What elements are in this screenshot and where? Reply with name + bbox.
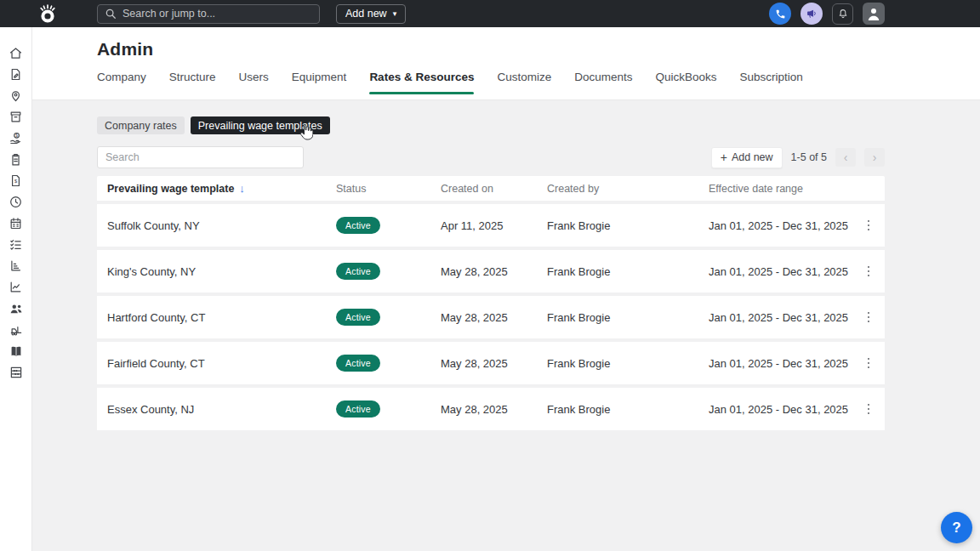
tab-quickbooks[interactable]: QuickBooks: [656, 71, 717, 94]
created-by: Frank Brogie: [537, 357, 698, 370]
column-header-template-label: Prevailing wage template: [107, 183, 234, 195]
sidebar-item-catalog[interactable]: [0, 340, 32, 361]
logo-glow-o-icon: [37, 3, 58, 25]
pagination-prev-button[interactable]: ‹: [835, 148, 856, 167]
effective-date-range: Jan 01, 2025 - Dec 31, 2025: [698, 311, 854, 324]
row-menu-button[interactable]: [859, 354, 878, 372]
checklist-icon: [9, 237, 23, 252]
pagination-next-button[interactable]: ›: [864, 148, 885, 167]
template-name: Fairfield County, CT: [97, 357, 326, 370]
tab-equipment[interactable]: Equipment: [292, 71, 347, 94]
user-avatar[interactable]: [863, 3, 885, 25]
add-new-template-label: Add new: [732, 151, 773, 163]
tab-structure[interactable]: Structure: [169, 71, 216, 94]
tab-documents[interactable]: Documents: [574, 71, 632, 94]
toolbar-right: + Add new 1-5 of 5 ‹ ›: [711, 147, 885, 168]
sidebar-item-calendar[interactable]: [0, 213, 32, 234]
status-badge: Active: [336, 263, 380, 280]
person-icon: [865, 5, 882, 22]
subtab-company-rates[interactable]: Company rates: [97, 116, 185, 134]
users-icon: [9, 301, 24, 316]
chevron-right-icon: ›: [873, 151, 877, 163]
help-button[interactable]: ?: [941, 512, 972, 543]
sidebar-item-home[interactable]: [0, 43, 32, 64]
megaphone-icon: [806, 8, 818, 20]
page-header: Admin Company Structure Users Equipment …: [32, 27, 980, 100]
list-toolbar: + Add new 1-5 of 5 ‹ ›: [97, 146, 885, 168]
tab-company[interactable]: Company: [97, 71, 146, 94]
document-edit-icon: [9, 67, 23, 82]
sidebar-item-proposals[interactable]: [0, 64, 32, 85]
pagination-count: 1-5 of 5: [791, 151, 827, 163]
created-by: Frank Brogie: [537, 403, 698, 416]
archive-box-icon: [9, 110, 23, 124]
row-menu-button[interactable]: [859, 308, 878, 327]
subtab-prevailing-wage-templates[interactable]: Prevailing wage templates: [191, 116, 330, 134]
admin-tabs: Company Structure Users Equipment Rates …: [97, 71, 980, 94]
invoice-dollar-icon: $: [9, 173, 23, 188]
created-on: Apr 11, 2025: [430, 219, 537, 232]
notifications-button[interactable]: [832, 3, 853, 25]
calendar-icon: [9, 216, 23, 230]
created-on: May 28, 2025: [430, 403, 537, 416]
global-add-new-button[interactable]: Add new ▾: [336, 4, 406, 24]
sidebar-item-crew[interactable]: [0, 298, 32, 319]
sidebar-item-reports[interactable]: [0, 255, 32, 276]
sidebar-item-invoices[interactable]: $: [0, 170, 32, 191]
tab-content: Company rates Prevailing wage templates …: [32, 100, 980, 430]
book-icon: [9, 344, 24, 359]
tab-rates-resources[interactable]: Rates & Resources: [369, 71, 474, 94]
table-row[interactable]: Hartford County, CT Active May 28, 2025 …: [97, 296, 885, 338]
sidebar-item-locations[interactable]: [0, 85, 32, 106]
row-menu-button[interactable]: [859, 216, 878, 235]
column-header-status[interactable]: Status: [326, 183, 430, 195]
announcements-button[interactable]: [801, 3, 823, 25]
chevron-left-icon: ‹: [844, 151, 848, 163]
global-search-input[interactable]: [122, 8, 312, 20]
sidebar-item-tasks[interactable]: [0, 149, 32, 170]
sidebar-item-accounting[interactable]: [0, 361, 32, 383]
tab-subscription[interactable]: Subscription: [740, 71, 803, 94]
created-by: Frank Brogie: [537, 311, 698, 324]
bell-icon: [837, 8, 849, 20]
tab-users[interactable]: Users: [239, 71, 269, 94]
map-pin-icon: [9, 88, 23, 103]
sidebar-item-analytics[interactable]: [0, 276, 32, 298]
column-header-created-on[interactable]: Created on: [430, 183, 537, 195]
phone-button[interactable]: [769, 3, 791, 25]
svg-text:$: $: [15, 133, 18, 138]
table-row[interactable]: Essex County, NJ Active May 28, 2025 Fra…: [97, 388, 885, 430]
table-row[interactable]: King's County, NY Active May 28, 2025 Fr…: [97, 250, 885, 293]
template-name: King's County, NY: [97, 265, 326, 278]
abacus-icon: [9, 365, 24, 380]
sidebar: $ $: [0, 27, 32, 551]
column-header-template[interactable]: Prevailing wage template ↓: [97, 182, 326, 195]
tab-customize[interactable]: Customize: [497, 71, 551, 94]
column-header-effective-range[interactable]: Effective date range: [698, 183, 854, 195]
template-name: Essex County, NJ: [97, 403, 326, 416]
created-by: Frank Brogie: [537, 219, 698, 232]
add-new-template-button[interactable]: + Add new: [711, 147, 783, 168]
sidebar-item-time-tracking[interactable]: [0, 191, 32, 213]
sidebar-item-payments[interactable]: $: [0, 128, 32, 149]
column-header-created-by[interactable]: Created by: [537, 183, 698, 195]
table-row[interactable]: Fairfield County, CT Active May 28, 2025…: [97, 342, 885, 384]
sidebar-item-equipment[interactable]: [0, 319, 32, 340]
list-search-input[interactable]: [97, 146, 304, 168]
row-menu-button[interactable]: [859, 400, 878, 418]
topbar-icon-group: [769, 0, 885, 27]
app-logo[interactable]: [24, 3, 71, 25]
hand-dollar-icon: $: [9, 131, 23, 145]
row-menu-button[interactable]: [859, 262, 878, 281]
table-row[interactable]: Suffolk County, NY Active Apr 11, 2025 F…: [97, 204, 885, 247]
clock-icon: [9, 195, 23, 209]
home-icon: [9, 46, 23, 60]
global-search[interactable]: [97, 4, 320, 24]
report-bars-icon: [9, 258, 23, 273]
created-by: Frank Brogie: [537, 265, 698, 278]
forklift-icon: [9, 322, 24, 338]
page-title: Admin: [97, 39, 980, 60]
sidebar-item-checklist[interactable]: [0, 234, 32, 255]
status-badge: Active: [336, 309, 380, 326]
sidebar-item-inventory[interactable]: [0, 106, 32, 128]
